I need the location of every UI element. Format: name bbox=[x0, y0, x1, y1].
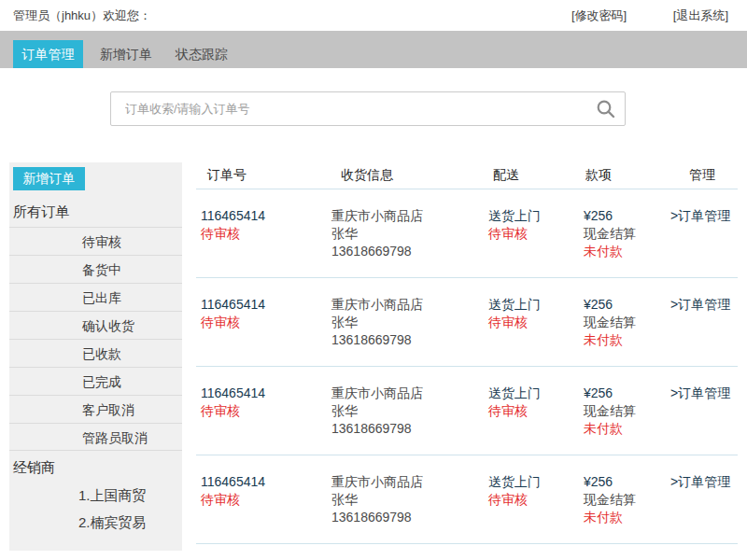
receiver-name: 张华 bbox=[331, 314, 488, 331]
order-row: 116465414 待审核 重庆市小商品店 张华 13618669798 送货上… bbox=[196, 455, 738, 544]
top-links: [修改密码] [退出系统] bbox=[529, 7, 728, 24]
col-manage: 管理 bbox=[670, 167, 738, 184]
payment-method: 现金结算 bbox=[584, 314, 670, 331]
delivery-status: 待审核 bbox=[488, 402, 584, 420]
delivery-status: 待审核 bbox=[488, 491, 584, 509]
delivery-method: 送货上门 bbox=[488, 385, 584, 402]
order-amount: ¥256 bbox=[584, 296, 670, 314]
order-amount: ¥256 bbox=[584, 385, 670, 402]
all-orders-heading: 所有订单 bbox=[13, 203, 69, 221]
col-shipping-info: 收货信息 bbox=[331, 167, 488, 184]
order-number: 116465414 bbox=[201, 473, 331, 491]
order-row: 116465414 待审核 重庆市小商品店 张华 13618669798 送货上… bbox=[196, 278, 738, 367]
tab-status-tracking[interactable]: 状态跟踪 bbox=[176, 40, 228, 68]
delivery-method: 送货上门 bbox=[488, 296, 584, 314]
dealer-list: 1.上国商贸2.楠宾贸易 bbox=[9, 482, 182, 536]
col-delivery: 配送 bbox=[488, 167, 584, 184]
payment-method: 现金结算 bbox=[584, 491, 670, 509]
sidebar-status-item[interactable]: 客户取消 bbox=[9, 395, 182, 423]
shop-name: 重庆市小商品店 bbox=[331, 296, 488, 314]
order-number: 116465414 bbox=[201, 385, 331, 402]
welcome-text: 管理员（jhhku）欢迎您： bbox=[13, 7, 151, 24]
payment-status: 未付款 bbox=[584, 331, 670, 349]
new-order-button[interactable]: 新增订单 bbox=[13, 167, 85, 190]
shop-name: 重庆市小商品店 bbox=[331, 207, 488, 225]
manage-order-link[interactable]: >订单管理 bbox=[670, 385, 730, 400]
sidebar-status-item[interactable]: 已收款 bbox=[9, 339, 182, 367]
receiver-phone: 13618669798 bbox=[331, 420, 488, 438]
shop-name: 重庆市小商品店 bbox=[331, 385, 488, 402]
table-header: 订单号 收货信息 配送 款项 管理 bbox=[196, 162, 738, 189]
change-password-link[interactable]: [修改密码] bbox=[571, 8, 627, 22]
delivery-status: 待审核 bbox=[488, 225, 584, 243]
manage-order-link[interactable]: >订单管理 bbox=[670, 474, 730, 489]
receiver-name: 张华 bbox=[331, 402, 488, 420]
order-status: 待审核 bbox=[201, 314, 331, 331]
order-amount: ¥256 bbox=[584, 207, 670, 225]
payment-status: 未付款 bbox=[584, 420, 670, 438]
tab-new-order[interactable]: 新增订单 bbox=[100, 40, 152, 68]
table-body: 116465414 待审核 重庆市小商品店 张华 13618669798 送货上… bbox=[196, 189, 738, 544]
sidebar-dealer-item[interactable]: 2.楠宾贸易 bbox=[9, 509, 182, 536]
orders-table: 订单号 收货信息 配送 款项 管理 116465414 待审核 重庆市小商品店 … bbox=[196, 162, 738, 544]
sidebar: 新增订单 所有订单 待审核备货中已出库确认收货已收款已完成客户取消管路员取消 经… bbox=[9, 162, 182, 551]
shop-name: 重庆市小商品店 bbox=[331, 473, 488, 491]
logout-link[interactable]: [退出系统] bbox=[673, 8, 728, 22]
order-status: 待审核 bbox=[201, 491, 331, 509]
receiver-phone: 13618669798 bbox=[331, 331, 488, 349]
delivery-status: 待审核 bbox=[488, 314, 584, 331]
dealers-heading: 经销商 bbox=[13, 459, 55, 477]
payment-method: 现金结算 bbox=[584, 402, 670, 420]
order-amount: ¥256 bbox=[584, 473, 670, 491]
sidebar-status-item[interactable]: 确认收货 bbox=[9, 311, 182, 339]
payment-status: 未付款 bbox=[584, 243, 670, 260]
delivery-method: 送货上门 bbox=[488, 207, 584, 225]
sidebar-status-item[interactable]: 已完成 bbox=[9, 367, 182, 395]
sidebar-dealer-item[interactable]: 1.上国商贸 bbox=[9, 482, 182, 509]
order-status: 待审核 bbox=[201, 225, 331, 243]
tab-order-management[interactable]: 订单管理 bbox=[13, 40, 83, 68]
col-payment: 款项 bbox=[584, 167, 670, 184]
order-row: 116465414 待审核 重庆市小商品店 张华 13618669798 送货上… bbox=[196, 189, 738, 278]
order-status: 待审核 bbox=[201, 402, 331, 420]
search-box bbox=[110, 91, 626, 126]
col-order-number: 订单号 bbox=[201, 167, 331, 184]
receiver-name: 张华 bbox=[331, 491, 488, 509]
receiver-phone: 13618669798 bbox=[331, 509, 488, 526]
status-list: 待审核备货中已出库确认收货已收款已完成客户取消管路员取消 bbox=[9, 227, 182, 451]
sidebar-status-item[interactable]: 待审核 bbox=[9, 227, 182, 255]
search-input[interactable] bbox=[111, 92, 625, 125]
search-icon[interactable] bbox=[596, 99, 616, 119]
payment-method: 现金结算 bbox=[584, 225, 670, 243]
manage-order-link[interactable]: >订单管理 bbox=[670, 297, 730, 312]
receiver-phone: 13618669798 bbox=[331, 243, 488, 260]
sidebar-status-item[interactable]: 管路员取消 bbox=[9, 423, 182, 451]
sidebar-status-item[interactable]: 已出库 bbox=[9, 283, 182, 311]
top-bar: 管理员（jhhku）欢迎您： [修改密码] [退出系统] bbox=[0, 0, 747, 31]
payment-status: 未付款 bbox=[584, 509, 670, 526]
receiver-name: 张华 bbox=[331, 225, 488, 243]
delivery-method: 送货上门 bbox=[488, 473, 584, 491]
sidebar-status-item[interactable]: 备货中 bbox=[9, 255, 182, 283]
order-number: 116465414 bbox=[201, 296, 331, 314]
manage-order-link[interactable]: >订单管理 bbox=[670, 208, 730, 223]
order-number: 116465414 bbox=[201, 207, 331, 225]
order-row: 116465414 待审核 重庆市小商品店 张华 13618669798 送货上… bbox=[196, 367, 738, 455]
tab-bar: 订单管理 新增订单 状态跟踪 bbox=[0, 31, 747, 68]
